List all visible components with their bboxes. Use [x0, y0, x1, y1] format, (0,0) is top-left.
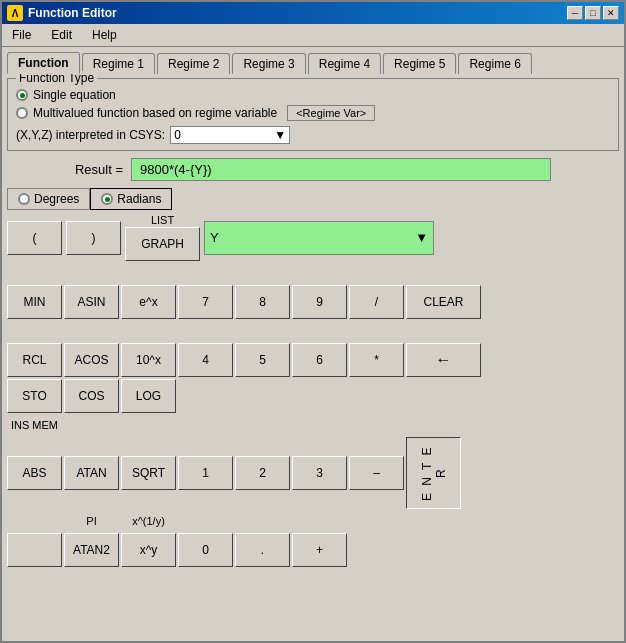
function-type-group: Function Type Single equation Multivalue… [7, 78, 619, 151]
ins-mem-header: INS MEM [7, 415, 62, 435]
num6-button[interactable]: 6 [292, 343, 347, 377]
radians-label: Radians [117, 192, 161, 206]
backspace-button[interactable]: ← [406, 343, 481, 377]
cos-button[interactable]: COS [64, 379, 119, 413]
angle-row: Degrees Radians [7, 188, 619, 210]
menu-file[interactable]: File [7, 26, 36, 44]
num8-button[interactable]: 8 [235, 285, 290, 319]
min-button[interactable]: MIN [7, 285, 62, 319]
inv-header [7, 511, 62, 531]
window-title: Function Editor [28, 6, 117, 20]
radians-button[interactable]: Radians [90, 188, 172, 210]
div-button[interactable]: / [349, 285, 404, 319]
close-button[interactable]: ✕ [603, 6, 619, 20]
main-window: Λ Function Editor ─ □ ✕ File Edit Help F… [0, 0, 626, 643]
result-label: Result = [75, 162, 123, 177]
header-row-1 [7, 263, 619, 283]
tab-regime5[interactable]: Regime 5 [383, 53, 456, 74]
csys-dropdown-arrow: ▼ [274, 128, 286, 142]
num5-button[interactable]: 5 [235, 343, 290, 377]
num1-button[interactable]: 1 [178, 456, 233, 490]
variable-value: Y [210, 230, 219, 245]
radians-radio [101, 193, 113, 205]
10x-button[interactable]: 10^x [121, 343, 176, 377]
asin-button[interactable]: ASIN [64, 285, 119, 319]
regime-var-button[interactable]: <Regime Var> [287, 105, 375, 121]
num7-button[interactable]: 7 [178, 285, 233, 319]
paren-close-button[interactable]: ) [66, 221, 121, 255]
tab-regime2[interactable]: Regime 2 [157, 53, 230, 74]
tab-bar: Function Regime 1 Regime 2 Regime 3 Regi… [7, 52, 619, 74]
inv-button[interactable] [7, 533, 62, 567]
graph-button[interactable]: GRAPH [125, 227, 200, 261]
log-button[interactable]: LOG [121, 379, 176, 413]
sto-button[interactable]: STO [7, 379, 62, 413]
csys-dropdown[interactable]: 0 ▼ [170, 126, 290, 144]
title-bar-left: Λ Function Editor [7, 5, 117, 21]
radio-single-equation-row: Single equation [16, 88, 610, 102]
minimize-button[interactable]: ─ [567, 6, 583, 20]
spacer5 [406, 263, 461, 283]
radio-single-equation[interactable] [16, 89, 28, 101]
paren-open-button[interactable]: ( [7, 221, 62, 255]
ex-button[interactable]: e^x [121, 285, 176, 319]
atan2-button[interactable]: ATAN2 [64, 533, 119, 567]
rcl-button[interactable]: RCL [7, 343, 62, 377]
num9-button[interactable]: 9 [292, 285, 347, 319]
calc-row-4a: ATAN2 x^y 0 . + [7, 533, 619, 567]
sub-button[interactable]: – [349, 456, 404, 490]
ex-header [121, 263, 176, 283]
multivalued-label: Multivalued function based on regime var… [33, 106, 277, 120]
pi-header: PI [64, 511, 119, 531]
calc-top-row: ( ) LIST GRAPH Y ▼ [7, 214, 619, 261]
menu-help[interactable]: Help [87, 26, 122, 44]
dropdown-arrow-icon: ▼ [415, 230, 428, 245]
dot-button[interactable]: . [235, 533, 290, 567]
num0-button[interactable]: 0 [178, 533, 233, 567]
abs-button[interactable]: ABS [7, 456, 62, 490]
xy-button[interactable]: x^y [121, 533, 176, 567]
degrees-radio [18, 193, 30, 205]
csys-value: 0 [174, 128, 181, 142]
radio-multivalued[interactable] [16, 107, 28, 119]
10x-header [121, 321, 176, 341]
result-row: Result = 9800*(4-{Y}) [7, 158, 619, 181]
variable-dropdown[interactable]: Y ▼ [204, 221, 434, 255]
menu-edit[interactable]: Edit [46, 26, 77, 44]
title-bar: Λ Function Editor ─ □ ✕ [2, 2, 624, 24]
clear-button[interactable]: CLEAR [406, 285, 481, 319]
tab-regime6[interactable]: Regime 6 [458, 53, 531, 74]
csys-label: (X,Y,Z) interpreted in CSYS: [16, 128, 165, 142]
calc-row-2a: RCL ACOS 10^x 4 5 6 * ← [7, 343, 619, 377]
calc-row-1: MIN ASIN e^x 7 8 9 / CLEAR [7, 285, 619, 319]
num4-button[interactable]: 4 [178, 343, 233, 377]
content-area: Function Regime 1 Regime 2 Regime 3 Regi… [2, 47, 624, 641]
degrees-button[interactable]: Degrees [7, 188, 90, 210]
num2-button[interactable]: 2 [235, 456, 290, 490]
spacer3 [292, 263, 347, 283]
add-button[interactable]: + [292, 533, 347, 567]
calc-row-2b: STO COS LOG [7, 379, 619, 413]
enter-button[interactable]: E N T E R [406, 437, 461, 509]
title-buttons: ─ □ ✕ [567, 6, 619, 20]
header-row-3: INS MEM [7, 415, 619, 435]
tab-regime4[interactable]: Regime 4 [308, 53, 381, 74]
result-value[interactable]: 9800*(4-{Y}) [131, 158, 551, 181]
spacer4 [349, 263, 404, 283]
sqrt-button[interactable]: SQRT [121, 456, 176, 490]
atan-header [64, 415, 119, 435]
sqrt-header [121, 415, 176, 435]
acos-button[interactable]: ACOS [64, 343, 119, 377]
radio-multivalued-row: Multivalued function based on regime var… [16, 105, 610, 121]
list-graph-group: LIST GRAPH [125, 214, 200, 261]
atan-button[interactable]: ATAN [64, 456, 119, 490]
header-row-2 [7, 321, 619, 341]
rcl-header [7, 321, 62, 341]
maximize-button[interactable]: □ [585, 6, 601, 20]
tab-function[interactable]: Function [7, 52, 80, 74]
mul-button[interactable]: * [349, 343, 404, 377]
calc-row-3a: ABS ATAN SQRT 1 2 3 – E N T E R [7, 437, 619, 509]
num3-button[interactable]: 3 [292, 456, 347, 490]
csys-row: (X,Y,Z) interpreted in CSYS: 0 ▼ [16, 126, 610, 144]
tab-regime3[interactable]: Regime 3 [232, 53, 305, 74]
